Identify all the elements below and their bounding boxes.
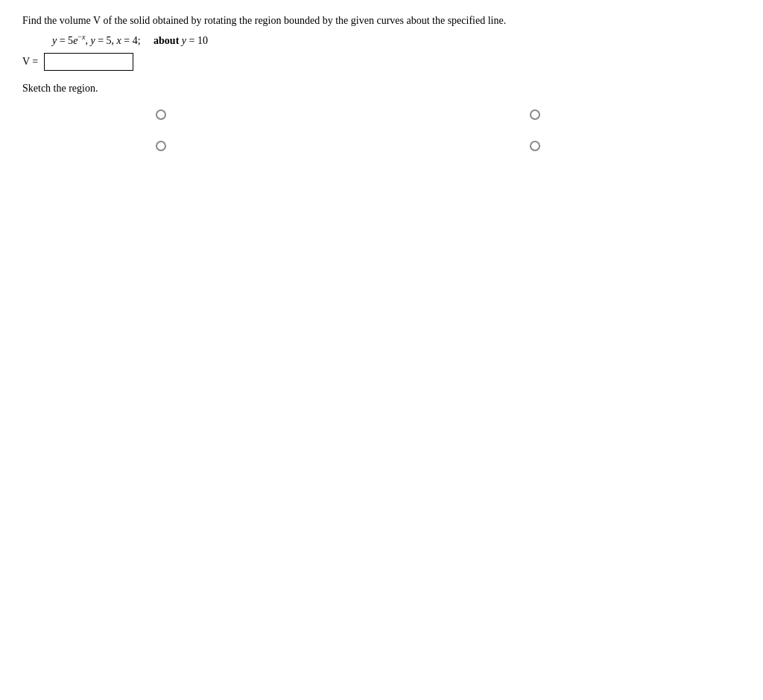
equation-line: y = 5e−x, y = 5, x = 4; about y = 10 — [52, 33, 741, 47]
sketch-label: Sketch the region. — [22, 83, 741, 95]
graph-4: x y 10 8 6 4 2 −1 1 2 — [396, 135, 741, 151]
graph-1-radio[interactable] — [156, 109, 166, 120]
graph-3-radio[interactable] — [156, 141, 166, 151]
about-label: about y = 10 — [153, 35, 208, 46]
graph-1: x y 10 8 6 4 — [22, 104, 367, 120]
v-input-row: V = — [22, 53, 741, 71]
eq-y: y = 5e−x, y = 5, x = 4; — [52, 35, 141, 46]
graph-4-radio[interactable] — [530, 141, 540, 151]
problem-intro: Find the volume V of the solid obtained … — [22, 15, 741, 27]
v-input[interactable] — [44, 53, 133, 71]
graphs-grid: x y 10 8 6 4 — [22, 104, 741, 151]
graph-2: x y 10 8 6 4 2 −1 1 2 3 — [396, 104, 741, 120]
graph-3: x y 10 8 6 4 2 −1 1 2 — [22, 135, 367, 151]
v-label: V = — [22, 56, 38, 68]
graph-2-radio[interactable] — [530, 109, 540, 120]
